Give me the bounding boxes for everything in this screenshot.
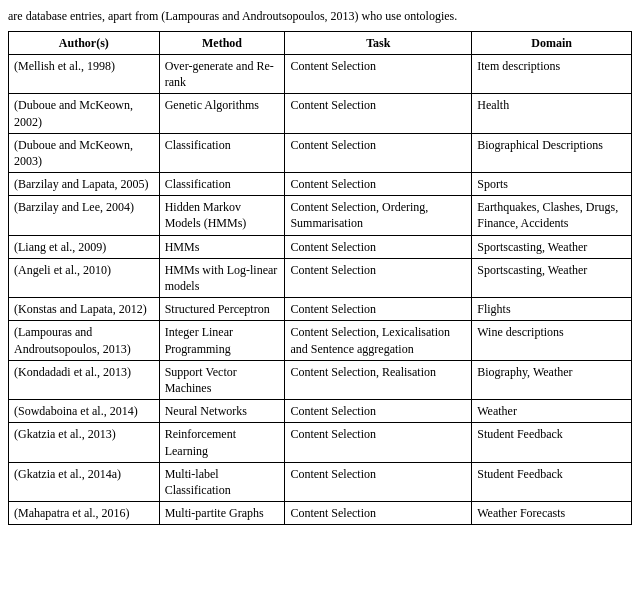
cell-task: Content Selection <box>285 258 472 297</box>
cell-method: Reinforcement Learning <box>159 423 285 462</box>
cell-author: (Barzilay and Lee, 2004) <box>9 196 160 235</box>
header-task: Task <box>285 31 472 54</box>
cell-task: Content Selection <box>285 400 472 423</box>
cell-method: Integer Linear Programming <box>159 321 285 360</box>
header-domain: Domain <box>472 31 632 54</box>
cell-author: (Gkatzia et al., 2013) <box>9 423 160 462</box>
cell-method: Multi-partite Graphs <box>159 502 285 525</box>
table-row: (Sowdaboina et al., 2014)Neural Networks… <box>9 400 632 423</box>
table-row: (Kondadadi et al., 2013)Support Vector M… <box>9 360 632 399</box>
cell-domain: Sportscasting, Weather <box>472 258 632 297</box>
header-authors: Author(s) <box>9 31 160 54</box>
cell-method: Multi-label Classification <box>159 462 285 501</box>
table-row: (Duboue and McKeown, 2003)Classification… <box>9 133 632 172</box>
cell-author: (Angeli et al., 2010) <box>9 258 160 297</box>
cell-domain: Health <box>472 94 632 133</box>
cell-domain: Student Feedback <box>472 423 632 462</box>
cell-author: (Duboue and McKeown, 2002) <box>9 94 160 133</box>
cell-task: Content Selection <box>285 133 472 172</box>
table-row: (Gkatzia et al., 2013)Reinforcement Lear… <box>9 423 632 462</box>
cell-domain: Earthquakes, Clashes, Drugs, Finance, Ac… <box>472 196 632 235</box>
cell-method: Genetic Algorithms <box>159 94 285 133</box>
cell-domain: Biography, Weather <box>472 360 632 399</box>
cell-author: (Gkatzia et al., 2014a) <box>9 462 160 501</box>
table-row: (Barzilay and Lapata, 2005)Classificatio… <box>9 173 632 196</box>
cell-domain: Biographical Descriptions <box>472 133 632 172</box>
cell-task: Content Selection <box>285 54 472 93</box>
cell-author: (Konstas and Lapata, 2012) <box>9 298 160 321</box>
cell-domain: Sportscasting, Weather <box>472 235 632 258</box>
cell-domain: Wine descriptions <box>472 321 632 360</box>
table-header-row: Author(s) Method Task Domain <box>9 31 632 54</box>
cell-author: (Sowdaboina et al., 2014) <box>9 400 160 423</box>
cell-author: (Mellish et al., 1998) <box>9 54 160 93</box>
cell-method: Classification <box>159 133 285 172</box>
cell-task: Content Selection, Ordering, Summarisati… <box>285 196 472 235</box>
cell-task: Content Selection <box>285 173 472 196</box>
table-row: (Gkatzia et al., 2014a)Multi-label Class… <box>9 462 632 501</box>
cell-author: (Liang et al., 2009) <box>9 235 160 258</box>
cell-task: Content Selection, Realisation <box>285 360 472 399</box>
cell-domain: Weather <box>472 400 632 423</box>
cell-method: Support Vector Machines <box>159 360 285 399</box>
cell-domain: Student Feedback <box>472 462 632 501</box>
table-row: (Mahapatra et al., 2016)Multi-partite Gr… <box>9 502 632 525</box>
table-row: (Mellish et al., 1998)Over-generate and … <box>9 54 632 93</box>
cell-method: Classification <box>159 173 285 196</box>
table-row: (Konstas and Lapata, 2012)Structured Per… <box>9 298 632 321</box>
cell-author: (Mahapatra et al., 2016) <box>9 502 160 525</box>
header-method: Method <box>159 31 285 54</box>
cell-domain: Flights <box>472 298 632 321</box>
cell-author: (Duboue and McKeown, 2003) <box>9 133 160 172</box>
cell-method: Neural Networks <box>159 400 285 423</box>
table-row: (Lampouras and Androutsopoulos, 2013)Int… <box>9 321 632 360</box>
cell-method: HMMs <box>159 235 285 258</box>
cell-method: Hidden Markov Models (HMMs) <box>159 196 285 235</box>
cell-method: Structured Perceptron <box>159 298 285 321</box>
cell-task: Content Selection <box>285 423 472 462</box>
table-caption: are database entries, apart from (Lampou… <box>8 8 632 25</box>
cell-task: Content Selection <box>285 502 472 525</box>
table-row: (Barzilay and Lee, 2004)Hidden Markov Mo… <box>9 196 632 235</box>
cell-author: (Lampouras and Androutsopoulos, 2013) <box>9 321 160 360</box>
cell-task: Content Selection, Lexicalisation and Se… <box>285 321 472 360</box>
cell-task: Content Selection <box>285 298 472 321</box>
cell-method: HMMs with Log-linear models <box>159 258 285 297</box>
table-row: (Liang et al., 2009)HMMsContent Selectio… <box>9 235 632 258</box>
main-table: Author(s) Method Task Domain (Mellish et… <box>8 31 632 526</box>
table-row: (Angeli et al., 2010)HMMs with Log-linea… <box>9 258 632 297</box>
cell-domain: Sports <box>472 173 632 196</box>
cell-author: (Barzilay and Lapata, 2005) <box>9 173 160 196</box>
table-row: (Duboue and McKeown, 2002)Genetic Algori… <box>9 94 632 133</box>
cell-domain: Weather Forecasts <box>472 502 632 525</box>
cell-task: Content Selection <box>285 235 472 258</box>
cell-domain: Item descriptions <box>472 54 632 93</box>
cell-method: Over-generate and Re-rank <box>159 54 285 93</box>
cell-task: Content Selection <box>285 462 472 501</box>
cell-task: Content Selection <box>285 94 472 133</box>
cell-author: (Kondadadi et al., 2013) <box>9 360 160 399</box>
